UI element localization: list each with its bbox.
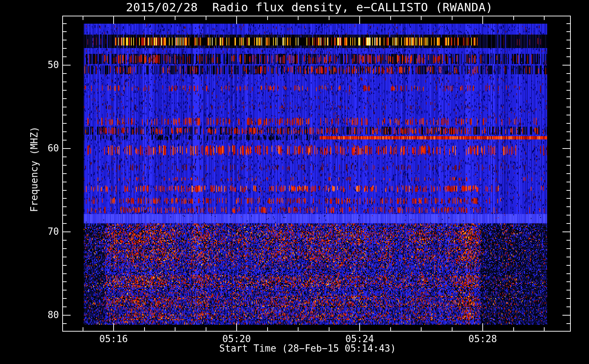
x-tick-label: 05:20: [211, 333, 262, 344]
y-tick-label: 50: [33, 59, 59, 70]
x-axis-label: Start Time (28−Feb−15 05:14:43): [63, 343, 553, 354]
y-tick-label: 70: [33, 226, 59, 237]
y-tick-label: 60: [33, 143, 59, 154]
axes-frame: [0, 0, 589, 364]
x-tick-label: 05:16: [88, 333, 139, 344]
y-axis-label: Frequency (MHZ): [29, 127, 40, 212]
spectrogram-window: 2015/02/28 Radio flux density, e−CALLIST…: [0, 0, 589, 364]
x-tick-label: 05:28: [457, 333, 508, 344]
y-tick-label: 80: [33, 309, 59, 320]
plot-title: 2015/02/28 Radio flux density, e−CALLIST…: [63, 0, 556, 14]
x-tick-label: 05:24: [334, 333, 385, 344]
